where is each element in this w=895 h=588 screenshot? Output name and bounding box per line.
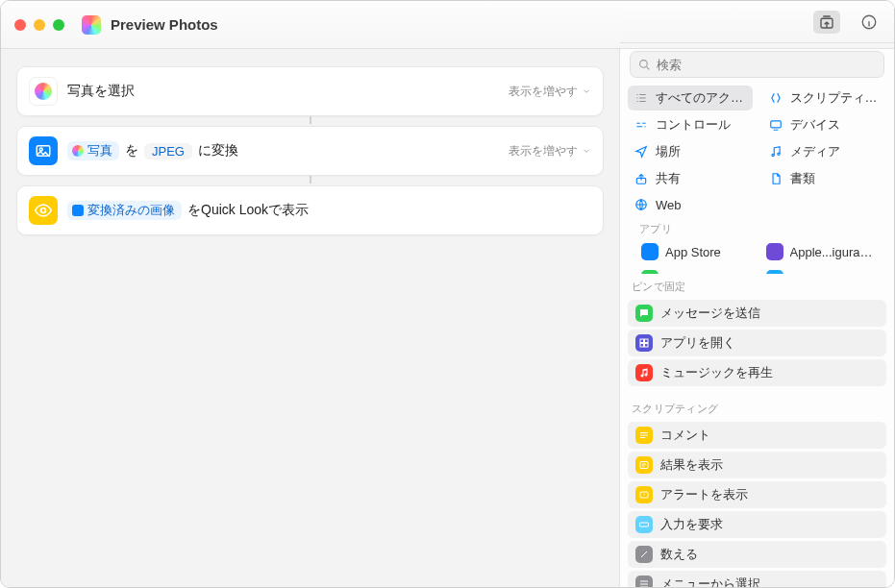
share-icon — [634, 171, 649, 186]
action-text: 変換済みの画像をQuick Lookで表示 — [67, 201, 309, 220]
device-icon — [768, 117, 783, 133]
action-text: 写真をJPEGに変換 — [67, 141, 238, 160]
action-list-item[interactable]: 結果を表示 — [628, 452, 886, 478]
text: を — [125, 142, 138, 159]
category-item[interactable]: デバイス — [762, 112, 887, 137]
svg-rect-7 — [770, 121, 781, 128]
app-icon — [82, 15, 101, 35]
action-list-item[interactable]: 入力を要求 — [628, 511, 886, 538]
category-item[interactable]: スクリプティング — [762, 86, 887, 110]
svg-rect-14 — [640, 344, 644, 348]
web-icon — [634, 197, 649, 212]
category-label: 書類 — [790, 170, 815, 187]
app-item[interactable]: FaceTime — [637, 267, 753, 274]
action-list-item[interactable]: メニューから選択 — [628, 571, 886, 587]
category-item[interactable]: すべてのアクシ… — [628, 86, 753, 110]
messages-icon — [635, 305, 653, 322]
script-icon — [768, 90, 783, 106]
action-text: 写真を選択 — [67, 83, 135, 100]
category-label: メディア — [790, 143, 840, 160]
text: に変換 — [198, 142, 238, 159]
categories-section: すべてのアクシ…スクリプティングコントロールデバイス場所メディア共有書類Web … — [620, 86, 894, 274]
category-label: すべてのアクシ… — [656, 89, 747, 107]
category-item[interactable]: Web — [628, 193, 753, 216]
action-label: アプリを開く — [660, 334, 735, 352]
show-more-button[interactable]: 表示を増やす — [509, 143, 591, 159]
action-label: 結果を表示 — [660, 456, 723, 474]
app-item[interactable]: Apple...igurator — [762, 240, 878, 263]
action-list-item[interactable]: コメント — [628, 422, 886, 449]
category-item[interactable]: コントロール — [628, 112, 753, 137]
openapp-icon — [635, 334, 653, 352]
action-card[interactable]: 変換済みの画像をQuick Lookで表示 — [16, 185, 604, 235]
enum-token[interactable]: JPEG — [144, 143, 192, 159]
search-row — [620, 43, 894, 86]
svg-point-8 — [771, 155, 773, 157]
token-glyph-icon — [72, 205, 84, 216]
category-label: 共有 — [656, 170, 681, 187]
variable-token[interactable]: 変換済みの画像 — [67, 201, 182, 220]
chevron-down-icon — [582, 86, 591, 96]
category-label: Web — [656, 198, 682, 212]
comment-icon — [635, 427, 653, 444]
app-item[interactable]: Finder — [762, 267, 878, 274]
action-label: コメント — [660, 427, 710, 444]
category-item[interactable]: メディア — [762, 139, 887, 164]
svg-point-6 — [640, 60, 648, 67]
zoom-window-button[interactable] — [53, 19, 64, 31]
app-item[interactable]: App Store — [637, 240, 753, 263]
input-icon — [635, 516, 653, 533]
action-list-item[interactable]: メッセージを送信 — [628, 300, 886, 327]
result-icon — [635, 456, 653, 474]
search-input[interactable] — [657, 58, 876, 72]
category-item[interactable]: 書類 — [762, 166, 887, 191]
doc-icon — [768, 171, 783, 186]
action-connector — [305, 176, 316, 185]
category-label: 場所 — [656, 143, 681, 160]
configurator-icon — [766, 243, 783, 260]
category-item[interactable]: 場所 — [628, 139, 753, 164]
control-icon — [634, 117, 649, 133]
action-list-item[interactable]: ミュージックを再生 — [628, 359, 886, 386]
text: 写真を選択 — [67, 83, 135, 100]
appstore-icon — [641, 243, 659, 260]
svg-rect-15 — [645, 344, 649, 348]
app-label: Apple...igurator — [790, 245, 874, 259]
library-button[interactable] — [813, 11, 840, 34]
category-item[interactable]: 共有 — [628, 166, 753, 191]
sidebar-toolbar — [620, 1, 894, 43]
window-controls — [14, 19, 64, 31]
action-list-item[interactable]: アプリを開く — [628, 330, 886, 356]
action-label: ミュージックを再生 — [660, 364, 773, 381]
svg-point-9 — [777, 153, 779, 155]
content: 写真を選択表示を増やす写真をJPEGに変換表示を増やす変換済みの画像をQuick… — [1, 49, 894, 587]
variable-token[interactable]: 写真 — [67, 141, 119, 160]
svg-point-2 — [39, 148, 42, 151]
action-label: アラートを表示 — [660, 486, 748, 503]
search-icon — [638, 59, 651, 71]
category-label: スクリプティング — [790, 89, 882, 107]
category-label: デバイス — [790, 116, 840, 134]
action-label: メニューから選択 — [660, 576, 760, 587]
window: Preview Photos 写真を選択表示を増やす写真をJPEGに変換表示を増… — [0, 0, 895, 588]
picture-icon — [29, 136, 58, 165]
svg-rect-12 — [640, 339, 644, 343]
close-window-button[interactable] — [14, 19, 26, 31]
search-field[interactable] — [630, 51, 884, 78]
action-list-item[interactable]: 数える — [628, 541, 886, 568]
photos-icon — [29, 77, 58, 106]
info-button[interactable] — [856, 11, 883, 34]
action-card[interactable]: 写真をJPEGに変換表示を増やす — [16, 126, 604, 176]
workflow-canvas[interactable]: 写真を選択表示を増やす写真をJPEGに変換表示を増やす変換済みの画像をQuick… — [1, 49, 619, 587]
apps-header: アプリ — [628, 216, 886, 238]
show-more-button[interactable]: 表示を増やす — [509, 84, 591, 100]
minimize-window-button[interactable] — [34, 19, 45, 31]
svg-rect-16 — [640, 462, 648, 469]
action-card[interactable]: 写真を選択表示を増やす — [16, 66, 604, 116]
eye-icon — [29, 196, 58, 225]
token-glyph-icon — [72, 145, 84, 157]
location-icon — [634, 144, 649, 159]
list-icon — [634, 90, 649, 106]
action-list-item[interactable]: アラートを表示 — [628, 481, 886, 508]
sidebar: すべてのアクシ…スクリプティングコントロールデバイス場所メディア共有書類Web … — [619, 49, 894, 587]
